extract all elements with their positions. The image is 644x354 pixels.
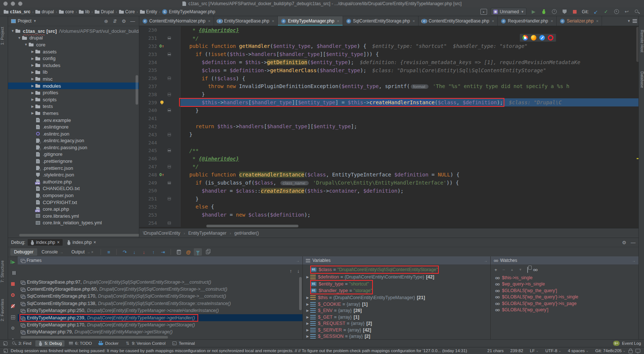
sidebar-tab-database[interactable]: Database: [639, 62, 644, 97]
status-widget[interactable]: 239:82: [510, 348, 523, 353]
line-number[interactable]: 245: [139, 148, 157, 153]
fold-marker[interactable]: [167, 181, 172, 185]
code-editor[interactable]: 230 * {@inheritdoc}231 */232O↑ public fu…: [139, 26, 644, 228]
tree-item[interactable]: .eslintignore: [8, 123, 139, 130]
component-icon[interactable]: ▸: [480, 8, 487, 15]
float-panel-icon[interactable]: →: [296, 259, 300, 263]
tree-expand-icon[interactable]: ▶: [30, 98, 35, 101]
editor-gutter[interactable]: 244: [139, 139, 181, 147]
hide-panel-icon[interactable]: —: [129, 18, 136, 24]
stop-debug-button[interactable]: [8, 278, 18, 290]
screen-icon[interactable]: [636, 349, 640, 353]
line-number[interactable]: 244: [139, 140, 157, 146]
editor-breadcrumb-item[interactable]: EntityTypeManager: [188, 231, 226, 236]
debugger-tab-output[interactable]: Output→ ×: [68, 248, 97, 256]
variable-row[interactable]: ▶$_ENV = {array}[26]: [305, 307, 490, 314]
watch-row[interactable]: oo$GLOBALS['wp_the_query']: [491, 287, 638, 294]
close-tab-icon[interactable]: ×: [596, 19, 598, 23]
tree-item[interactable]: .stylelintrc.json: [8, 171, 139, 178]
fold-icon[interactable]: [168, 197, 171, 200]
line-number[interactable]: 252: [139, 204, 157, 210]
tree-item[interactable]: authorize.php: [8, 178, 139, 185]
tree-item[interactable]: ▶profiles: [8, 89, 139, 96]
debug-settings-icon[interactable]: ⚙: [622, 240, 626, 245]
tree-item[interactable]: ▼c1tas_src[src]/Volumes/APFSPart/vul_doc…: [8, 28, 139, 35]
tree-item[interactable]: COPYRIGHT.txt: [8, 199, 139, 206]
editor-tab[interactable]: CContentEntityStorageBase.php×: [419, 16, 498, 26]
close-tab-icon[interactable]: → ×: [87, 250, 94, 254]
tree-item[interactable]: core.api.php: [8, 206, 139, 213]
tree-item[interactable]: .prettierrc.json: [8, 165, 139, 172]
status-widget[interactable]: 21 chars: [487, 348, 504, 353]
fold-icon[interactable]: [168, 165, 171, 168]
frame-row[interactable]: EntityTypeManager.php:239,Drupal|Core|En…: [18, 314, 302, 321]
editor-gutter[interactable]: 246: [139, 155, 181, 163]
frame-row[interactable]: SqlContentEntityStorage.php:138,Drupal|C…: [18, 300, 302, 307]
editor-gutter[interactable]: 248O↑: [139, 171, 181, 179]
fold-marker[interactable]: [167, 149, 172, 152]
fold-marker[interactable]: [167, 133, 172, 136]
fold-marker[interactable]: [167, 221, 172, 225]
git-update-icon[interactable]: ↙: [592, 8, 599, 15]
tree-expand-icon[interactable]: ▶: [30, 105, 35, 108]
fold-marker[interactable]: [167, 53, 172, 56]
tree-expand-icon[interactable]: ▶: [30, 84, 35, 88]
editor-tab[interactable]: CRequestHandler.php×: [498, 16, 557, 26]
fold-marker[interactable]: [167, 93, 172, 96]
breadcrumb-item[interactable]: core: [59, 9, 74, 14]
sidebar-tab-structure[interactable]: 7: Structure: [0, 254, 8, 289]
tree-item[interactable]: core.link_relation_types.yml: [8, 220, 139, 227]
close-tab-icon[interactable]: ×: [337, 19, 339, 23]
expand-icon[interactable]: ▶: [305, 296, 310, 299]
code-line[interactable]: 236 if (!$class) {: [139, 74, 644, 83]
breadcrumb-item[interactable]: Core: [119, 9, 135, 14]
tree-expand-icon[interactable]: ▶: [30, 91, 35, 95]
run-button[interactable]: ▶: [530, 8, 537, 15]
debug-session-tab[interactable]: index.php×: [64, 239, 99, 246]
code-line[interactable]: 243 }: [139, 130, 644, 139]
editor-tab[interactable]: CEntityTypeManager.php×: [278, 16, 343, 26]
override-method-icon[interactable]: O↑: [157, 44, 167, 49]
close-tab-icon[interactable]: ×: [272, 19, 274, 23]
tool-window-button-find[interactable]: 3: Find: [9, 340, 34, 347]
editor-tab[interactable]: CContentEntityNormalizer.php×: [139, 16, 214, 26]
editor-gutter[interactable]: 254: [139, 219, 181, 227]
editor-gutter[interactable]: 253: [139, 211, 181, 219]
editor-gutter[interactable]: 251: [139, 195, 181, 203]
editor-gutter[interactable]: 242: [139, 123, 181, 131]
tree-item[interactable]: core.libraries.yml: [8, 213, 139, 220]
variable-row[interactable]: ▶$_SESSION = {array}[2]: [305, 333, 490, 339]
line-number[interactable]: 233: [139, 52, 157, 57]
watch-row[interactable]: oo$this->is_single: [491, 274, 638, 281]
editor-gutter[interactable]: 230: [139, 26, 181, 34]
debug-session-tab[interactable]: index.php×: [28, 239, 63, 246]
sidebar-tab-favorites[interactable]: 2: Favorites: [0, 292, 8, 327]
editor-gutter[interactable]: 243: [139, 130, 181, 139]
watch-row[interactable]: oo$GLOBALS['wp_the_query']->is_page: [491, 300, 638, 307]
tree-item[interactable]: .gitignore: [8, 151, 139, 158]
expand-icon[interactable]: ▶: [305, 322, 310, 325]
status-widget[interactable]: LF⌄: [530, 348, 539, 353]
line-number[interactable]: 247: [139, 164, 157, 169]
move-watch-up-icon[interactable]: ▲: [510, 268, 514, 271]
editor-gutter[interactable]: 250: [139, 187, 181, 195]
editor-gutter[interactable]: 238: [139, 90, 181, 98]
pause-button[interactable]: [8, 267, 18, 278]
code-line[interactable]: 242 return $this->handlers[$handler_type…: [139, 123, 644, 131]
tab-list-icon[interactable]: [633, 19, 637, 23]
expand-icon[interactable]: ▶: [305, 315, 310, 319]
variables-menu-icon[interactable]: [306, 259, 310, 262]
copy-stack-icon[interactable]: [203, 248, 211, 256]
chevron-down-icon[interactable]: ▼: [627, 19, 630, 23]
fold-marker[interactable]: [167, 109, 172, 112]
line-number[interactable]: 250: [139, 188, 157, 193]
zoom-window-button[interactable]: [18, 1, 22, 6]
copy-watch-icon[interactable]: [527, 267, 528, 273]
settings-icon[interactable]: ⚙: [120, 18, 127, 24]
code-line[interactable]: 234 $definition = $this->getDefinition($…: [139, 58, 644, 66]
editor-gutter[interactable]: 252: [139, 203, 181, 211]
code-line[interactable]: 238 }: [139, 90, 644, 98]
code-line[interactable]: 230 * {@inheritdoc}: [139, 26, 644, 34]
inline-values-icon[interactable]: @: [184, 248, 192, 256]
line-number[interactable]: 232: [139, 43, 157, 49]
